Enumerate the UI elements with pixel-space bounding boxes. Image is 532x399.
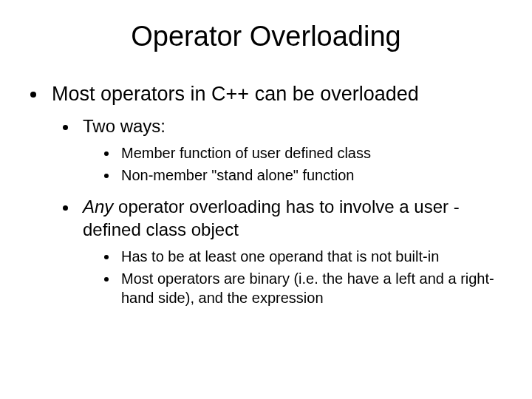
bullet-text: operator overloading has to involve a us… [83, 197, 460, 239]
bullet-level3: Member function of user defined class [118, 143, 510, 163]
bullet-level2: Two ways: [78, 115, 510, 137]
bullet-level3: Most operators are binary (i.e. the have… [118, 269, 510, 307]
bullet-list: Most operators in C++ can be overloaded … [22, 82, 510, 307]
italic-word: Any [83, 197, 113, 216]
bullet-level3: Non-member "stand alone" function [118, 166, 510, 185]
slide: Operator Overloading Most operators in C… [0, 0, 532, 399]
bullet-level1: Most operators in C++ can be overloaded [47, 82, 510, 107]
bullet-level3: Has to be at least one operand that is n… [118, 247, 510, 266]
bullet-level2: Any operator overloading has to involve … [78, 195, 510, 241]
slide-title: Operator Overloading [22, 21, 510, 52]
